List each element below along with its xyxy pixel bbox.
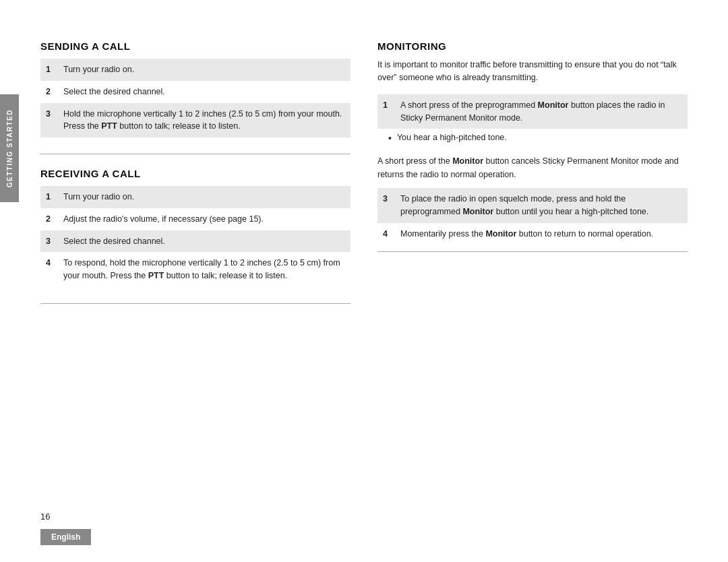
- sending-list: 1 Turn your radio on. 2 Select the desir…: [40, 59, 351, 137]
- item-number: 1: [46, 191, 59, 204]
- item-text: To place the radio in open squelch mode,…: [400, 193, 682, 218]
- item-text: Momentarily press the Monitor button to …: [400, 228, 682, 241]
- item-text: A short press of the preprogrammed Monit…: [400, 99, 682, 125]
- item-number: 4: [383, 228, 396, 241]
- item-number: 3: [46, 108, 59, 133]
- item-number: 1: [46, 63, 59, 76]
- item-number: 2: [46, 86, 59, 98]
- item-text: Hold the microphone vertically 1 to 2 in…: [63, 108, 345, 133]
- monitoring-heading: MONITORING: [377, 40, 688, 52]
- receiving-heading: RECEIVING A CALL: [40, 168, 351, 179]
- monitoring-item: 3 To place the radio in open squelch mod…: [377, 188, 688, 223]
- list-item: 3 Select the desired channel.: [40, 230, 351, 253]
- right-column: MONITORING It is important to monitor tr…: [377, 40, 688, 495]
- item-text: Adjust the radio's volume, if necessary …: [63, 213, 345, 226]
- item-text: Select the desired channel.: [63, 235, 345, 248]
- item-number: 3: [46, 235, 59, 248]
- divider: [40, 154, 351, 154]
- list-item: 3 Hold the microphone vertically 1 to 2 …: [40, 103, 351, 138]
- english-tab: English: [40, 529, 91, 545]
- monitoring-item: 1 A short press of the preprogrammed Mon…: [377, 94, 688, 129]
- item-text: To respond, hold the microphone vertical…: [63, 257, 345, 282]
- page-number: 16: [40, 511, 50, 522]
- list-item: 1 Turn your radio on.: [40, 59, 351, 81]
- monitoring-item: 4 Momentarily press the Monitor button t…: [377, 223, 688, 245]
- side-tab-label: GETTING STARTED: [6, 109, 13, 187]
- main-content: SENDING A CALL 1 Turn your radio on. 2 S…: [40, 40, 688, 495]
- item-number: 4: [46, 257, 59, 282]
- monitoring-list: 1 A short press of the preprogrammed Mon…: [377, 94, 688, 253]
- bullet-text: You hear a high-pitched tone.: [397, 131, 507, 146]
- left-column: SENDING A CALL 1 Turn your radio on. 2 S…: [40, 40, 351, 495]
- item-text: Turn your radio on.: [63, 63, 345, 76]
- list-item: 2 Select the desired channel.: [40, 81, 351, 103]
- page-wrapper: GETTING STARTED SENDING A CALL 1 Turn yo…: [0, 0, 728, 562]
- list-item: 1 Turn your radio on.: [40, 186, 351, 208]
- divider-monitoring: [377, 251, 688, 252]
- sending-heading: SENDING A CALL: [40, 40, 351, 52]
- item-number: 2: [46, 213, 59, 226]
- monitoring-intro: It is important to monitor traffic befor…: [377, 59, 688, 85]
- item-text: Select the desired channel.: [63, 86, 345, 98]
- side-tab: GETTING STARTED: [0, 94, 19, 202]
- item-number: 1: [383, 99, 396, 125]
- item-number: 3: [383, 193, 396, 218]
- monitoring-text-block: A short press of the Monitor button canc…: [377, 155, 688, 181]
- item-text: Turn your radio on.: [63, 191, 345, 204]
- bullet-item: You hear a high-pitched tone.: [377, 129, 688, 148]
- receiving-list: 1 Turn your radio on. 2 Adjust the radio…: [40, 186, 351, 287]
- list-item: 2 Adjust the radio's volume, if necessar…: [40, 208, 351, 230]
- list-item: 4 To respond, hold the microphone vertic…: [40, 252, 351, 287]
- divider-bottom: [40, 303, 351, 304]
